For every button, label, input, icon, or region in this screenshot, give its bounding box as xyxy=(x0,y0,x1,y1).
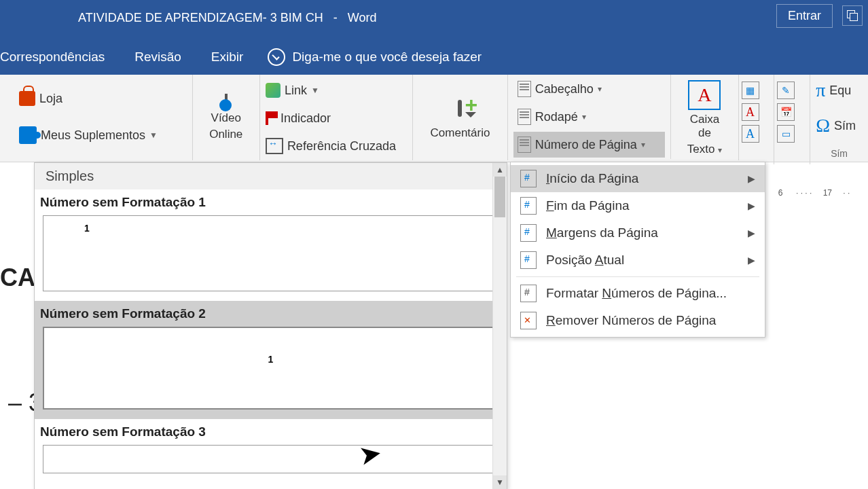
chevron-down-icon: ▼ xyxy=(311,86,319,95)
new-comment-button[interactable]: + Comentário xyxy=(418,77,501,159)
ribbon-tabs: Correspondências Revisão Exibir Diga-me … xyxy=(0,39,868,75)
gallery-item-plain-1[interactable]: Número sem Formatação 1 1 xyxy=(35,189,507,301)
link-label: Link xyxy=(285,84,307,98)
window-title: ATIVIDADE DE APRENDIZAGEM- 3 BIM CH - Wo… xyxy=(78,11,376,25)
page-number-icon xyxy=(518,137,531,153)
group-text: A Caixa de Texto ▾ xyxy=(671,75,738,160)
header-icon xyxy=(518,81,531,97)
gallery-item-plain-3[interactable]: Número sem Formatação 3 xyxy=(35,419,507,483)
tell-me-placeholder: Diga-me o que você deseja fazer xyxy=(292,50,482,65)
page-top-icon xyxy=(520,170,537,187)
document-name: ATIVIDADE DE APRENDIZAGEM- 3 BIM CH xyxy=(78,11,323,24)
quick-parts-icon[interactable]: ▦ xyxy=(742,82,759,99)
bookmark-label: Indicador xyxy=(281,111,331,126)
object-icon[interactable]: ▭ xyxy=(777,125,795,143)
page-number-button[interactable]: Número de Página ▾ xyxy=(513,132,666,158)
page-number-label: Número de Página xyxy=(535,138,637,152)
equation-label: Equ xyxy=(829,84,851,98)
signature-line-icon[interactable]: ✎ xyxy=(777,82,795,99)
title-bar: ATIVIDADE DE APRENDIZAGEM- 3 BIM CH - Wo… xyxy=(0,0,868,39)
group-symbols: π Equ Ω Sím Sím xyxy=(810,75,868,160)
gallery-item-plain-2[interactable]: Número sem Formatação 2 1 xyxy=(35,301,507,419)
group-header-footer: Cabeçalho ▾ Rodapé ▾ Número de Página ▾ xyxy=(508,75,672,159)
menu-format-page-numbers[interactable]: Formatar Números de Página... xyxy=(511,280,765,307)
cross-reference-button[interactable]: Referência Cruzada xyxy=(266,133,407,159)
store-button[interactable]: Loja xyxy=(19,86,187,111)
header-button[interactable]: Cabeçalho ▾ xyxy=(513,76,666,102)
my-addins-label: Meus Suplementos xyxy=(41,128,145,143)
chevron-right-icon: ▶ xyxy=(748,173,755,184)
menu-page-margins[interactable]: Margens da Página ▶ xyxy=(511,219,765,247)
omega-icon: Ω xyxy=(816,115,830,137)
menu-top-of-page[interactable]: IInício da Páginanício da Página ▶ xyxy=(511,165,765,192)
wordart-icon[interactable]: A xyxy=(742,103,759,121)
page-number-gallery: Simples Número sem Formatação 1 1 Número… xyxy=(34,162,507,489)
text-box-button[interactable]: A Caixa de Texto ▾ xyxy=(676,77,732,159)
date-time-icon[interactable]: 📅 xyxy=(777,103,795,121)
drop-cap-icon[interactable]: A xyxy=(742,125,759,143)
link-button[interactable]: Link ▼ xyxy=(266,77,407,103)
menu-separator xyxy=(516,276,759,277)
scroll-track[interactable] xyxy=(493,177,507,475)
header-label: Cabeçalho xyxy=(535,82,594,96)
symbol-label: Sím xyxy=(834,119,856,133)
lightbulb-icon xyxy=(268,48,285,66)
page-number-submenu: IInício da Páginanício da Página ▶ Fim d… xyxy=(510,162,765,338)
gallery-preview: 1 xyxy=(43,327,499,410)
cross-reference-label: Referência Cruzada xyxy=(287,139,396,153)
group-text-misc: ✎ 📅 ▭ xyxy=(774,75,810,164)
group-media: Vídeo Online xyxy=(193,75,260,160)
globe-icon xyxy=(219,99,232,111)
footer-label: Rodapé xyxy=(535,110,578,124)
online-video-button[interactable]: Vídeo Online xyxy=(198,77,254,159)
group-links: Link ▼ Indicador Referência Cruzada xyxy=(260,75,413,160)
comment-icon xyxy=(458,100,462,117)
gallery-scrollbar[interactable]: ▲ ▼ xyxy=(492,163,507,489)
restore-window-icon[interactable] xyxy=(842,5,863,26)
tell-me-search[interactable]: Diga-me o que você deseja fazer xyxy=(268,48,482,66)
footer-button[interactable]: Rodapé ▾ xyxy=(513,104,666,130)
tab-revisao[interactable]: Revisão xyxy=(120,39,196,75)
my-addins-button[interactable]: Meus Suplementos ▼ xyxy=(19,122,187,148)
tab-correspondencias[interactable]: Correspondências xyxy=(0,39,120,75)
gallery-preview xyxy=(43,445,499,473)
scroll-up-icon[interactable]: ▲ xyxy=(493,163,507,177)
chevron-right-icon: ▶ xyxy=(748,228,755,238)
ruler[interactable]: 6 · · · · 17 · · xyxy=(765,185,868,201)
pi-icon: π xyxy=(816,79,825,101)
group-text-parts: ▦ A A xyxy=(739,75,775,164)
link-icon xyxy=(266,83,281,98)
footer-icon xyxy=(518,109,531,125)
chevron-down-icon: ▾ xyxy=(582,112,586,122)
menu-current-position[interactable]: Posição Atual ▶ xyxy=(511,247,765,274)
gallery-section-header: Simples xyxy=(35,163,507,189)
scroll-down-icon[interactable]: ▼ xyxy=(493,475,507,489)
scroll-thumb[interactable] xyxy=(494,177,505,217)
chevron-right-icon: ▶ xyxy=(748,255,755,266)
gallery-item-title: Número sem Formatação 1 xyxy=(40,194,501,215)
chevron-down-icon: ▾ xyxy=(641,140,645,149)
gallery-item-title: Número sem Formatação 3 xyxy=(40,423,501,445)
tab-exibir[interactable]: Exibir xyxy=(196,39,259,75)
group-comments: + Comentário xyxy=(413,75,507,160)
group-addins: Loja Meus Suplementos ▼ xyxy=(0,75,193,160)
ribbon: Loja Meus Suplementos ▼ Vídeo Online Lin… xyxy=(0,75,868,162)
chevron-down-icon: ▾ xyxy=(718,145,722,155)
sign-in-button[interactable]: Entrar xyxy=(776,4,833,28)
cross-reference-icon xyxy=(266,138,283,154)
text-box-icon: A xyxy=(688,80,721,110)
document-text-fragment: CA xyxy=(0,264,35,292)
app-name: Word xyxy=(348,11,377,24)
equation-button[interactable]: π Equ xyxy=(816,77,863,103)
symbols-group-label: Sím xyxy=(816,148,863,159)
chevron-right-icon: ▶ xyxy=(748,200,755,211)
store-icon xyxy=(19,91,35,106)
format-numbers-icon xyxy=(520,285,537,302)
remove-numbers-icon xyxy=(520,312,537,329)
menu-bottom-of-page[interactable]: Fim da Página ▶ xyxy=(511,192,765,219)
menu-remove-page-numbers[interactable]: Remover Números de Página xyxy=(511,307,765,334)
page-bottom-icon xyxy=(520,197,537,215)
current-position-icon xyxy=(520,251,537,269)
bookmark-button[interactable]: Indicador xyxy=(266,105,407,131)
symbol-button[interactable]: Ω Sím xyxy=(816,113,863,139)
